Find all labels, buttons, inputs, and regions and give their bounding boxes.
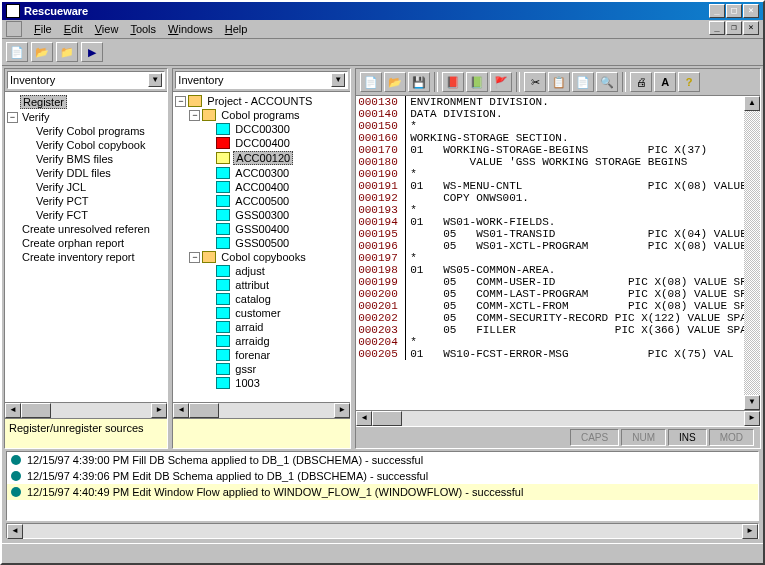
open-button[interactable]: 📂 [31, 42, 53, 62]
code-line[interactable]: 00019101 WS-MENU-CNTL PIC X(08) VALUE [356, 180, 760, 192]
tree-item[interactable]: catalog [175, 292, 348, 306]
code-scrollbar-h[interactable]: ◄ ► [356, 410, 760, 426]
save-button[interactable]: 💾 [408, 72, 430, 92]
tree-item[interactable]: −Cobol programs [175, 108, 348, 122]
tree-item[interactable]: Verify PCT [7, 194, 165, 208]
tree-item[interactable]: Create unresolved referen [7, 222, 165, 236]
mid-tree[interactable]: −Project - ACCOUNTS−Cobol programsDCC003… [173, 92, 350, 402]
tree-item[interactable]: forenar [175, 348, 348, 362]
log-row[interactable]: 12/15/97 4:39:00 PM Fill DB Schema appli… [7, 452, 758, 468]
tree-item[interactable]: −Project - ACCOUNTS [175, 94, 348, 108]
menu-tools[interactable]: Tools [124, 21, 162, 37]
menu-edit[interactable]: Edit [58, 21, 89, 37]
font-button[interactable]: A [654, 72, 676, 92]
code-line[interactable]: 000140DATA DIVISION. [356, 108, 760, 120]
tree-item[interactable]: attribut [175, 278, 348, 292]
scroll-up-button[interactable]: ▲ [744, 96, 760, 111]
log-row[interactable]: 12/15/97 4:39:06 PM Edit DB Schema appli… [7, 468, 758, 484]
tree-item[interactable]: Verify FCT [7, 208, 165, 222]
flag-button[interactable]: 🚩 [490, 72, 512, 92]
code-line[interactable]: 000192 COPY ONWS001. [356, 192, 760, 204]
menu-file[interactable]: File [28, 21, 58, 37]
tree-item[interactable]: ACC00120 [175, 150, 348, 166]
mdi-minimize-button[interactable]: _ [709, 21, 725, 35]
menu-windows[interactable]: Windows [162, 21, 219, 37]
code-line[interactable]: 00019801 WS05-COMMON-AREA. [356, 264, 760, 276]
code-line[interactable]: 000190* [356, 168, 760, 180]
copy-button[interactable]: 📋 [548, 72, 570, 92]
code-line[interactable]: 00020501 WS10-FCST-ERROR-MSG PIC X(75) V… [356, 348, 760, 360]
code-line[interactable]: 000197* [356, 252, 760, 264]
tree-item[interactable]: ACC00500 [175, 194, 348, 208]
scroll-left-button[interactable]: ◄ [356, 411, 372, 426]
scroll-down-button[interactable]: ▼ [744, 395, 760, 410]
code-line[interactable]: 000200 05 COMM-LAST-PROGRAM PIC X(08) VA… [356, 288, 760, 300]
tree-item[interactable]: Register [7, 94, 165, 110]
tree-item[interactable]: arraidg [175, 334, 348, 348]
tree-item[interactable]: Verify DDL files [7, 166, 165, 180]
book1-button[interactable]: 📕 [442, 72, 464, 92]
scroll-thumb[interactable] [189, 403, 219, 418]
tree-item[interactable]: arraid [175, 320, 348, 334]
collapse-icon[interactable]: − [7, 112, 18, 123]
scroll-left-button[interactable]: ◄ [7, 524, 23, 539]
collapse-icon[interactable]: − [189, 110, 200, 121]
find-button[interactable]: 🔍 [596, 72, 618, 92]
minimize-button[interactable]: _ [709, 4, 725, 18]
code-line[interactable]: 000160WORKING-STORAGE SECTION. [356, 132, 760, 144]
chevron-down-icon[interactable]: ▼ [331, 73, 345, 87]
scroll-right-button[interactable]: ► [151, 403, 167, 418]
scroll-thumb[interactable] [372, 411, 402, 426]
tree-item[interactable]: Create orphan report [7, 236, 165, 250]
code-line[interactable]: 000203 05 FILLER PIC X(366) VALUE SPA [356, 324, 760, 336]
code-line[interactable]: 000204* [356, 336, 760, 348]
cut-button[interactable]: ✂ [524, 72, 546, 92]
menu-view[interactable]: View [89, 21, 125, 37]
new-button[interactable]: 📄 [6, 42, 28, 62]
tree-item[interactable]: Verify Cobol programs [7, 124, 165, 138]
tree-item[interactable]: ACC00400 [175, 180, 348, 194]
run-button[interactable]: ▶ [81, 42, 103, 62]
tree-item[interactable]: ACC00300 [175, 166, 348, 180]
tree-item[interactable]: −Verify [7, 110, 165, 124]
code-line[interactable]: 00017001 WORKING-STORAGE-BEGINS PIC X(37… [356, 144, 760, 156]
maximize-button[interactable]: □ [726, 4, 742, 18]
open-button[interactable]: 📂 [384, 72, 406, 92]
collapse-icon[interactable]: − [175, 96, 186, 107]
tree-item[interactable]: DCC00300 [175, 122, 348, 136]
left-tree[interactable]: Register−VerifyVerify Cobol programsVeri… [5, 92, 167, 402]
new-button[interactable]: 📄 [360, 72, 382, 92]
chevron-down-icon[interactable]: ▼ [148, 73, 162, 87]
tree-item[interactable]: customer [175, 306, 348, 320]
tree-item[interactable]: DCC00400 [175, 136, 348, 150]
mdi-icon[interactable] [6, 21, 22, 37]
code-area[interactable]: ▲ ▼ 000130ENVIRONMENT DIVISION.000140DAT… [356, 96, 760, 410]
scroll-left-button[interactable]: ◄ [173, 403, 189, 418]
scroll-right-button[interactable]: ► [334, 403, 350, 418]
code-line[interactable]: 000196 05 WS01-XCTL-PROGRAM PIC X(08) VA… [356, 240, 760, 252]
mid-dropdown[interactable]: Inventory ▼ [175, 71, 348, 89]
log-scrollbar-h[interactable]: ◄ ► [6, 523, 759, 539]
tree-item[interactable]: −Cobol copybooks [175, 250, 348, 264]
code-line[interactable]: 000130ENVIRONMENT DIVISION. [356, 96, 760, 108]
tree-item[interactable]: Verify Cobol copybook [7, 138, 165, 152]
code-line[interactable]: 000150* [356, 120, 760, 132]
code-line[interactable]: 000201 05 COMM-XCTL-FROM PIC X(08) VALUE… [356, 300, 760, 312]
tree-item[interactable]: GSS00400 [175, 222, 348, 236]
code-line[interactable]: 000202 05 COMM-SECURITY-RECORD PIC X(122… [356, 312, 760, 324]
close-button[interactable]: × [743, 4, 759, 18]
tree-item[interactable]: Create inventory report [7, 250, 165, 264]
mid-scrollbar-h[interactable]: ◄ ► [173, 402, 350, 418]
scroll-left-button[interactable]: ◄ [5, 403, 21, 418]
book2-button[interactable]: 📗 [466, 72, 488, 92]
tree-item[interactable]: gssr [175, 362, 348, 376]
tree-item[interactable]: 1003 [175, 376, 348, 390]
code-line[interactable]: 000193* [356, 204, 760, 216]
code-scrollbar-v[interactable]: ▲ ▼ [744, 96, 760, 410]
mdi-close-button[interactable]: × [743, 21, 759, 35]
code-line[interactable]: 000195 05 WS01-TRANSID PIC X(04) VALUE [356, 228, 760, 240]
code-line[interactable]: 000180 VALUE 'GSS WORKING STORAGE BEGINS [356, 156, 760, 168]
code-line[interactable]: 00019401 WS01-WORK-FIELDS. [356, 216, 760, 228]
help-button[interactable]: ? [678, 72, 700, 92]
menu-help[interactable]: Help [219, 21, 254, 37]
